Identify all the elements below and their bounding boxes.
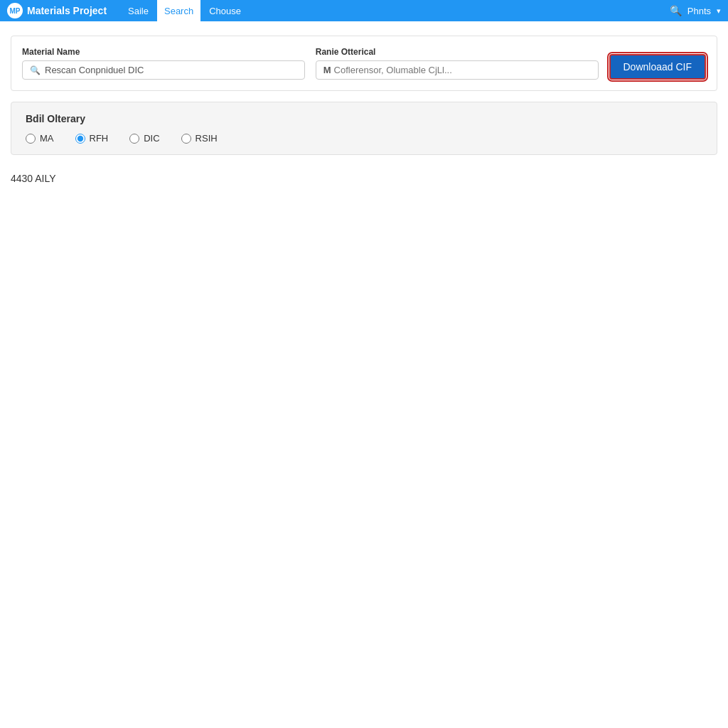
filter-label-dic: DIC: [144, 133, 159, 144]
search-icon-inner: 🔍: [30, 65, 41, 75]
main-content: Material Name 🔍 Ranie Otterical M Downlo…: [0, 21, 728, 202]
range-field: Ranie Otterical M: [316, 47, 599, 80]
filter-options: MA RFH DIC RSIH: [26, 133, 702, 144]
filter-radio-rsih[interactable]: [181, 134, 191, 144]
filter-label-rfh: RFH: [90, 133, 109, 144]
filter-title: Bdil Olterary: [26, 113, 702, 124]
brand-logo-text: MP: [10, 7, 21, 15]
result-count: 4430 AILY: [11, 169, 717, 188]
navbar-right: 🔍 Phnts ▾: [670, 5, 721, 16]
filter-option-rfh[interactable]: RFH: [75, 133, 109, 144]
filter-radio-rfh[interactable]: [75, 134, 85, 144]
range-input[interactable]: [334, 65, 591, 75]
download-cif-button[interactable]: Downloaad CIF: [609, 54, 707, 80]
filter-radio-ma[interactable]: [26, 134, 36, 144]
brand: MP Materials Project: [7, 3, 107, 18]
range-input-wrapper: M: [316, 60, 599, 80]
filter-option-ma[interactable]: MA: [26, 133, 54, 144]
filter-radio-dic[interactable]: [129, 134, 139, 144]
filter-section: Bdil Olterary MA RFH DIC RSIH: [11, 102, 717, 155]
search-section: Material Name 🔍 Ranie Otterical M Downlo…: [11, 36, 717, 91]
range-label: Ranie Otterical: [316, 47, 599, 57]
username-label: Phnts: [687, 6, 711, 16]
material-name-label: Material Name: [22, 47, 305, 57]
brand-logo: MP: [7, 3, 23, 18]
navbar-links: Saile Search Chouse: [121, 0, 670, 21]
nav-link-chouse[interactable]: Chouse: [202, 0, 248, 21]
nav-link-saile[interactable]: Saile: [121, 0, 156, 21]
material-name-input[interactable]: [45, 65, 297, 75]
filter-label-rsih: RSIH: [196, 133, 218, 144]
chevron-down-icon[interactable]: ▾: [717, 6, 721, 16]
nav-link-search[interactable]: Search: [157, 0, 200, 21]
filter-label-ma: MA: [40, 133, 54, 144]
filter-option-rsih[interactable]: RSIH: [181, 133, 218, 144]
navbar: MP Materials Project Saile Search Chouse…: [0, 0, 728, 21]
filter-option-dic[interactable]: DIC: [129, 133, 159, 144]
material-name-input-wrapper: 🔍: [22, 60, 305, 80]
material-name-field: Material Name 🔍: [22, 47, 305, 80]
search-icon[interactable]: 🔍: [670, 5, 682, 16]
range-prefix: M: [323, 65, 331, 75]
brand-title: Materials Project: [27, 5, 107, 16]
search-row: Material Name 🔍 Ranie Otterical M Downlo…: [22, 47, 706, 80]
